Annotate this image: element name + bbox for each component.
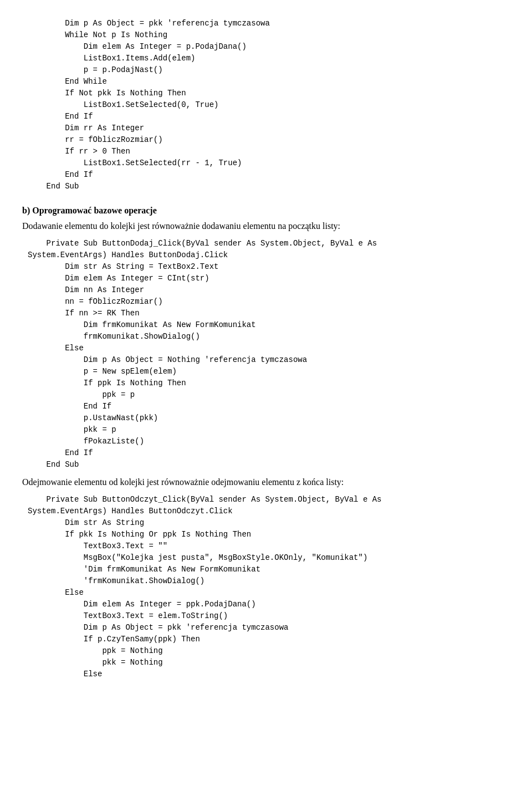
code-block-1: Dim p As Object = pkk 'referencja tymcza… — [22, 18, 510, 192]
heading-b-text: b) Oprogramować bazowe operacje — [22, 206, 510, 216]
text-odejmowanie-container: Odejmowanie elementu od kolejki jest rów… — [22, 477, 510, 487]
section-heading-b: b) Oprogramować bazowe operacje — [22, 206, 510, 216]
code-block-2: Private Sub ButtonDodaj_Click(ByVal send… — [22, 238, 510, 471]
page-container: Dim p As Object = pkk 'referencja tymcza… — [22, 18, 510, 680]
code-section-1: Dim p As Object = pkk 'referencja tymcza… — [22, 18, 510, 192]
text-dodawanie-container: Dodawanie elementu do kolejki jest równo… — [22, 221, 510, 231]
text-odejmowanie: Odejmowanie elementu od kolejki jest rów… — [22, 477, 510, 487]
code-block-3: Private Sub ButtonOdczyt_Click(ByVal sen… — [22, 494, 510, 680]
code-section-2: Private Sub ButtonDodaj_Click(ByVal send… — [22, 238, 510, 471]
text-dodawanie: Dodawanie elementu do kolejki jest równo… — [22, 221, 510, 231]
code-section-3: Private Sub ButtonOdczyt_Click(ByVal sen… — [22, 494, 510, 680]
